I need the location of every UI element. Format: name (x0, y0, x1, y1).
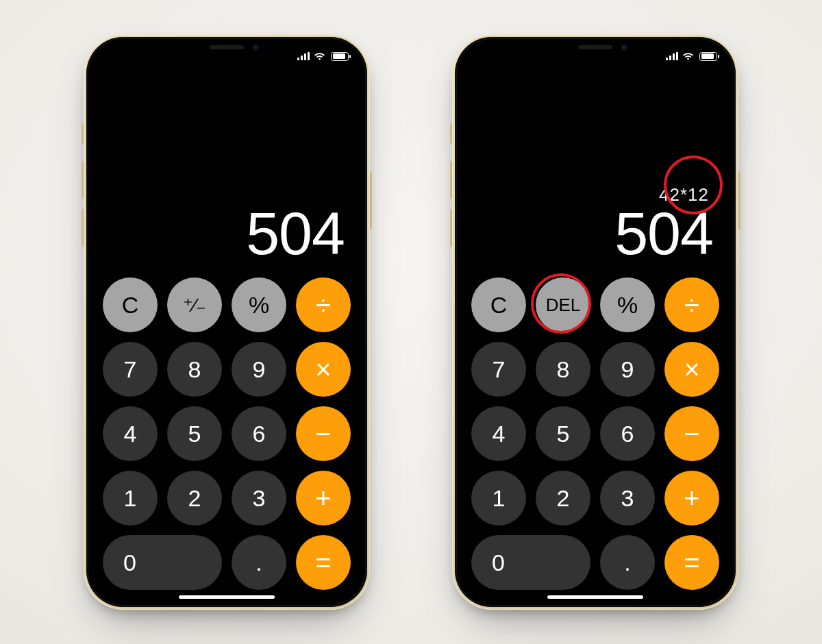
digit-3[interactable]: 3 (600, 471, 655, 525)
plus-minus-button[interactable]: ⁺∕₋ (167, 277, 222, 332)
minus-button[interactable]: − (664, 406, 719, 461)
digit-2[interactable]: 2 (536, 471, 590, 525)
battery-icon (331, 52, 349, 61)
calculator-display: 42*12504 (457, 69, 734, 265)
calculator-display: 504 (88, 69, 365, 265)
percent-button[interactable]: % (600, 277, 655, 332)
digit-1[interactable]: 1 (471, 471, 526, 525)
calculator-keypad: C⁺∕₋%÷789×456−123+0.= (88, 265, 365, 605)
equals-button[interactable]: = (664, 535, 719, 590)
wifi-icon (682, 52, 694, 61)
phone-notch (169, 39, 285, 60)
calculator-keypad: CDEL%÷789×456−123+0.= (457, 265, 734, 605)
multiply-button[interactable]: × (664, 342, 719, 397)
phone-side-button (82, 161, 84, 199)
digit-3[interactable]: 3 (232, 471, 286, 525)
digit-6[interactable]: 6 (232, 406, 286, 461)
digit-8[interactable]: 8 (536, 342, 590, 397)
digit-2[interactable]: 2 (167, 471, 222, 525)
delete-button[interactable]: DEL (536, 277, 590, 332)
decimal-button[interactable]: . (600, 535, 655, 590)
multiply-button[interactable]: × (296, 342, 351, 397)
cellular-icon (666, 52, 678, 60)
digit-1[interactable]: 1 (103, 471, 158, 525)
clear-button[interactable]: C (103, 277, 158, 332)
plus-button[interactable]: + (664, 471, 719, 525)
digit-8[interactable]: 8 (167, 342, 222, 397)
clear-button[interactable]: C (471, 277, 526, 332)
digit-0[interactable]: 0 (103, 535, 222, 590)
digit-7[interactable]: 7 (471, 342, 526, 397)
decimal-button[interactable]: . (232, 535, 286, 590)
wifi-icon (314, 52, 325, 61)
phone-screen: 504C⁺∕₋%÷789×456−123+0.= (88, 39, 365, 605)
digit-9[interactable]: 9 (232, 342, 286, 397)
percent-button[interactable]: % (232, 277, 286, 332)
digit-7[interactable]: 7 (103, 342, 158, 397)
result-readout[interactable]: 504 (614, 203, 713, 264)
minus-button[interactable]: − (296, 406, 351, 461)
comparison-stage: 504C⁺∕₋%÷789×456−123+0.= 42*12504CDEL%÷7… (0, 0, 822, 644)
divide-button[interactable]: ÷ (664, 277, 719, 332)
home-indicator[interactable] (179, 595, 275, 599)
digit-5[interactable]: 5 (536, 406, 590, 461)
phone-side-button (370, 171, 372, 230)
phone-side-button (82, 209, 84, 247)
plus-button[interactable]: + (296, 471, 351, 525)
phone-side-button (450, 123, 452, 144)
phone-side-button (450, 209, 452, 247)
equals-button[interactable]: = (296, 535, 351, 590)
digit-5[interactable]: 5 (167, 406, 222, 461)
phone-screen: 42*12504CDEL%÷789×456−123+0.= (457, 39, 734, 605)
digit-4[interactable]: 4 (471, 406, 526, 461)
cellular-icon (297, 52, 310, 60)
phone-side-button (82, 123, 84, 144)
digit-4[interactable]: 4 (103, 406, 158, 461)
digit-6[interactable]: 6 (600, 406, 655, 461)
delete-label: DEL (546, 295, 581, 316)
digit-9[interactable]: 9 (600, 342, 655, 397)
plus-minus-icon: ⁺∕₋ (183, 294, 207, 317)
battery-icon (699, 52, 717, 61)
divide-button[interactable]: ÷ (296, 277, 351, 332)
home-indicator[interactable] (547, 595, 643, 599)
phone-redesigned: 42*12504CDEL%÷789×456−123+0.= (452, 34, 738, 610)
formula-readout: 42*12 (659, 184, 709, 205)
result-readout[interactable]: 504 (246, 203, 345, 264)
digit-0[interactable]: 0 (471, 535, 590, 590)
phone-original: 504C⁺∕₋%÷789×456−123+0.= (84, 34, 370, 610)
phone-side-button (450, 161, 452, 199)
phone-notch (537, 39, 653, 60)
phone-side-button (738, 171, 740, 230)
